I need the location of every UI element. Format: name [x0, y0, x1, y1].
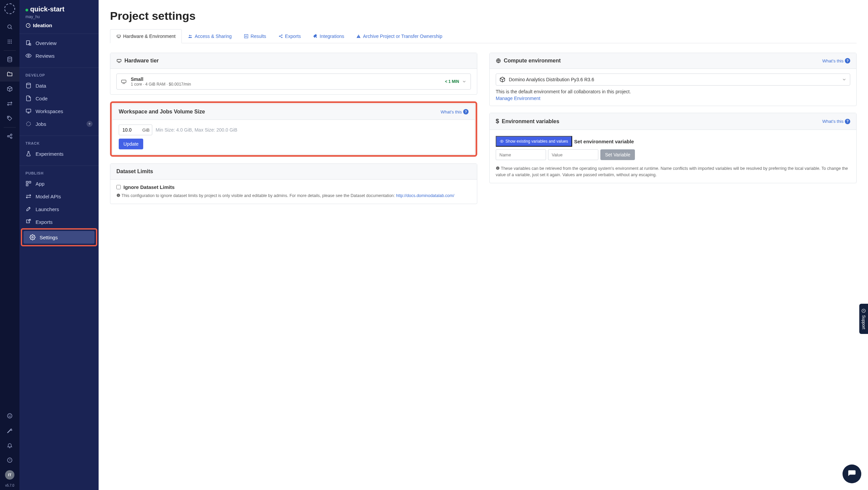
project-name: quick-start	[30, 5, 64, 13]
svg-point-57	[501, 141, 502, 142]
update-button[interactable]: Update	[119, 139, 143, 149]
ignore-dataset-limits-checkbox[interactable]	[116, 185, 121, 189]
folder-icon[interactable]	[0, 67, 20, 82]
tab-exports[interactable]: Exports	[272, 29, 307, 43]
svg-point-12	[8, 117, 9, 117]
info-icon: i	[496, 166, 500, 170]
svg-point-10	[11, 42, 12, 44]
tab-access[interactable]: Access & Sharing	[182, 29, 238, 43]
project-sidebar: quick-start may_hu Ideation Overview Rev…	[20, 0, 99, 490]
apps-icon[interactable]	[0, 34, 20, 49]
jobs-icon	[26, 121, 32, 127]
transfer-icon[interactable]	[0, 96, 20, 111]
sidebar-item-experiments[interactable]: Experiments	[20, 147, 99, 160]
svg-point-27	[28, 55, 30, 57]
compute-env-whats-this[interactable]: What's this?	[823, 58, 850, 63]
app-logo[interactable]	[4, 3, 15, 14]
svg-point-14	[10, 134, 12, 136]
cube-icon[interactable]	[0, 82, 20, 96]
svg-line-1	[11, 28, 12, 29]
svg-point-5	[8, 41, 9, 42]
monitor-icon	[26, 108, 32, 114]
sidebar-item-overview[interactable]: Overview	[20, 36, 99, 49]
gauge-icon	[26, 23, 31, 28]
compute-env-select[interactable]: Domino Analytics Distribution Py3.6 R3.6	[496, 74, 850, 86]
svg-point-40	[190, 35, 191, 36]
tab-results[interactable]: Results	[238, 29, 272, 43]
bell-icon[interactable]	[0, 438, 20, 453]
main-content: Project settings Hardware & Environment …	[99, 0, 868, 490]
var-name-input[interactable]	[496, 149, 546, 160]
project-stage[interactable]: Ideation	[26, 23, 93, 28]
user-avatar[interactable]: IT	[5, 470, 14, 480]
svg-point-8	[8, 42, 9, 44]
svg-point-11	[8, 57, 12, 59]
svg-point-28	[27, 83, 31, 85]
help-icon[interactable]: ?	[0, 453, 20, 467]
hardware-tier-select[interactable]: Small 1 core · 4 GiB RAM · $0.0017/min <…	[116, 74, 471, 90]
chevron-down-icon	[462, 79, 467, 84]
env-vars-note: i These variables can be retrieved from …	[496, 166, 850, 178]
tag-icon[interactable]	[0, 111, 20, 126]
sidebar-item-launchers[interactable]: Launchers	[20, 203, 99, 215]
sidebar-item-workspaces[interactable]: Workspaces	[20, 105, 99, 117]
users-icon	[188, 34, 192, 38]
sidebar-item-jobs[interactable]: Jobs +	[20, 117, 99, 130]
ignore-dataset-limits-row[interactable]: Ignore Dataset Limits	[116, 184, 471, 190]
database-icon[interactable]	[0, 52, 20, 67]
volume-unit: GiB	[142, 127, 150, 133]
sidebar-item-reviews[interactable]: Reviews	[20, 49, 99, 62]
set-var-label: Set environment variable	[574, 139, 634, 144]
var-value-input[interactable]	[548, 149, 598, 160]
hw-wait-badge: < 1 MIN	[445, 79, 459, 84]
volume-highlight: Workspace and Jobs Volume Size What's th…	[110, 102, 477, 157]
sidebar-item-code[interactable]: Code	[20, 92, 99, 105]
svg-point-4	[11, 39, 12, 40]
manage-env-link[interactable]: Manage Environment	[496, 96, 540, 101]
sidebar-item-settings[interactable]: Settings	[24, 231, 95, 244]
eye-icon	[26, 53, 32, 59]
dataset-docs-link[interactable]: http://docs.dominodatalab.com/	[396, 193, 455, 198]
page-title: Project settings	[110, 9, 857, 23]
svg-point-13	[7, 136, 9, 137]
add-job-button[interactable]: +	[87, 121, 93, 127]
hardware-tier-card: Hardware tier Small 1 core · 4 GiB RAM ·…	[110, 53, 477, 95]
rocket-icon	[26, 206, 32, 212]
chat-icon	[847, 469, 856, 478]
tab-archive[interactable]: Archive Project or Transfer Ownership	[350, 29, 448, 43]
env-vars-whats-this[interactable]: What's this?	[823, 119, 850, 124]
settings-highlight: Settings	[21, 228, 97, 246]
dashboard-icon	[26, 180, 32, 186]
smile-icon[interactable]	[0, 408, 20, 423]
share-icon[interactable]	[0, 129, 20, 144]
svg-point-0	[8, 25, 11, 29]
hardware-icon	[116, 34, 121, 38]
flask-icon	[26, 151, 32, 157]
volume-whats-this[interactable]: What's this?	[441, 109, 469, 114]
dollar-icon: $	[496, 118, 499, 125]
show-vars-button[interactable]: Show existing variables and values	[496, 136, 572, 147]
set-variable-button[interactable]: Set Variable	[600, 149, 635, 160]
chevron-down-icon	[842, 77, 846, 82]
sidebar-item-model-apis[interactable]: Model APIs	[20, 190, 99, 203]
tab-hardware[interactable]: Hardware & Environment	[110, 29, 182, 43]
sidebar-item-app[interactable]: App	[20, 177, 99, 190]
svg-line-16	[9, 135, 11, 136]
svg-point-18	[7, 413, 12, 418]
support-tab[interactable]: Support	[859, 304, 868, 334]
sidebar-item-exports[interactable]: Exports	[20, 215, 99, 228]
svg-point-15	[10, 137, 12, 139]
svg-rect-52	[121, 80, 126, 83]
search-icon[interactable]	[0, 20, 20, 34]
icon-rail: ? IT v5.7.0	[0, 0, 20, 490]
compute-env-selected: Domino Analytics Distribution Py3.6 R3.6	[509, 77, 594, 82]
gear-icon	[30, 234, 36, 240]
svg-rect-34	[29, 181, 31, 183]
svg-point-45	[279, 35, 280, 36]
volume-title: Workspace and Jobs Volume Size	[119, 109, 205, 115]
tab-integrations[interactable]: Integrations	[307, 29, 350, 43]
wrench-icon[interactable]	[0, 423, 20, 438]
chat-button[interactable]	[842, 464, 861, 483]
svg-rect-37	[117, 35, 121, 37]
sidebar-item-data[interactable]: Data	[20, 79, 99, 92]
